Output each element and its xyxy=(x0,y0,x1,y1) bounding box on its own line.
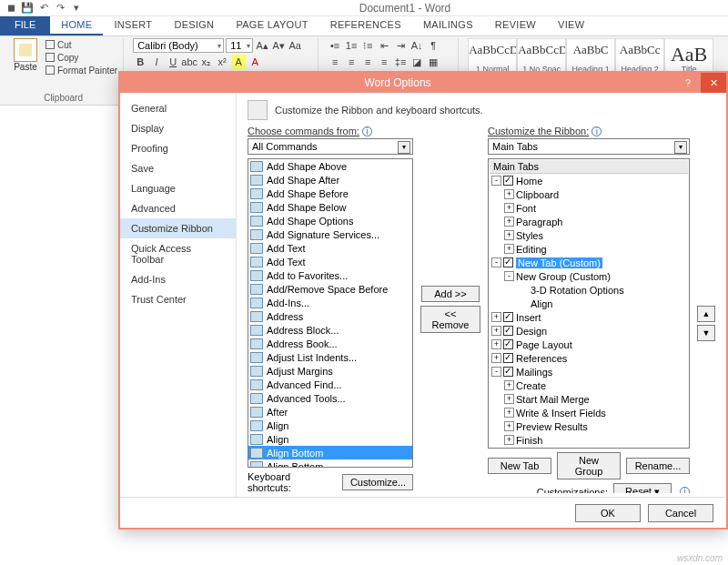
expander-icon[interactable]: + xyxy=(504,230,514,240)
command-item[interactable]: Add Signature Services... xyxy=(248,227,412,241)
dec-indent-icon[interactable]: ⇤ xyxy=(377,38,391,53)
tree-node[interactable]: +Paragraph xyxy=(490,215,688,228)
numbering-icon[interactable]: 1≡ xyxy=(344,38,359,53)
undo-icon[interactable]: ↶ xyxy=(36,1,51,15)
superscript-icon[interactable]: x² xyxy=(215,55,229,69)
tree-node[interactable]: +Start Mail Merge xyxy=(490,392,688,406)
font-color-icon[interactable]: A xyxy=(248,55,262,69)
underline-icon[interactable]: U xyxy=(166,55,180,69)
checkbox[interactable] xyxy=(503,326,513,336)
checkbox[interactable] xyxy=(503,367,513,377)
nav-save[interactable]: Save xyxy=(120,158,236,178)
expander-icon[interactable]: - xyxy=(504,271,514,281)
nav-advanced[interactable]: Advanced xyxy=(120,198,236,218)
italic-icon[interactable]: I xyxy=(149,55,164,69)
tree-node[interactable]: +Font xyxy=(490,201,688,215)
tab-view[interactable]: VIEW xyxy=(547,16,595,35)
expander-icon[interactable]: - xyxy=(491,176,501,186)
checkbox[interactable] xyxy=(503,339,513,349)
ok-button[interactable]: OK xyxy=(575,504,641,522)
tab-references[interactable]: REFERENCES xyxy=(319,16,412,35)
highlight-icon[interactable]: A xyxy=(231,55,246,69)
shrink-font-icon[interactable]: A▾ xyxy=(271,38,286,53)
paste-button[interactable]: Paste xyxy=(9,38,42,76)
command-item[interactable]: Add Shape Above xyxy=(248,159,412,173)
grow-font-icon[interactable]: A▴ xyxy=(255,38,269,53)
tree-node[interactable]: +Editing xyxy=(490,242,688,256)
tab-home[interactable]: HOME xyxy=(50,16,103,35)
tab-mailings[interactable]: MAILINGS xyxy=(412,16,484,35)
ribbon-tree[interactable]: Main Tabs -Home+Clipboard+Font+Paragraph… xyxy=(488,158,690,449)
save-icon[interactable]: 💾 xyxy=(20,1,35,15)
tree-node[interactable]: +Finish xyxy=(490,433,688,447)
command-item[interactable]: Add Text xyxy=(248,241,412,255)
commands-listbox[interactable]: Add Shape AboveAdd Shape AfterAdd Shape … xyxy=(248,158,413,468)
command-item[interactable]: Add Shape Before xyxy=(248,187,412,200)
multilevel-icon[interactable]: ⁝≡ xyxy=(360,38,375,53)
customize-ribbon-combo[interactable]: Main Tabs▾ xyxy=(488,138,690,155)
nav-trust-center[interactable]: Trust Center xyxy=(120,289,236,309)
checkbox[interactable] xyxy=(503,257,513,267)
strike-icon[interactable]: abc xyxy=(182,55,197,69)
command-item[interactable]: Address xyxy=(248,309,412,323)
tree-node[interactable]: +Styles xyxy=(490,228,688,242)
command-item[interactable]: Address Book... xyxy=(248,337,412,350)
checkbox[interactable] xyxy=(503,353,513,363)
expander-icon[interactable]: + xyxy=(504,421,514,431)
command-item[interactable]: Align Bottom xyxy=(248,459,412,468)
close-button[interactable]: ✕ xyxy=(701,73,726,93)
tree-node[interactable]: -Mailings xyxy=(490,365,688,378)
cut-button[interactable]: Cut xyxy=(46,38,117,51)
justify-icon[interactable]: ≡ xyxy=(377,55,391,69)
new-group-button[interactable]: New Group xyxy=(557,452,621,479)
command-item[interactable]: Align xyxy=(248,419,412,432)
font-name-combo[interactable]: Calibri (Body)▾ xyxy=(133,38,224,53)
command-item[interactable]: Advanced Tools... xyxy=(248,391,412,405)
expander-icon[interactable]: + xyxy=(504,435,514,445)
tab-design[interactable]: DESIGN xyxy=(163,16,225,35)
expander-icon[interactable]: + xyxy=(491,339,501,349)
info-icon[interactable]: i xyxy=(680,487,690,493)
expander-icon[interactable]: + xyxy=(504,189,514,199)
nav-proofing[interactable]: Proofing xyxy=(120,138,236,158)
tree-node[interactable]: -New Group (Custom) xyxy=(490,269,688,283)
subscript-icon[interactable]: x₂ xyxy=(198,55,213,69)
align-left-icon[interactable]: ≡ xyxy=(328,55,342,69)
nav-customize-ribbon[interactable]: Customize Ribbon xyxy=(120,218,236,238)
command-item[interactable]: After xyxy=(248,405,412,419)
expander-icon[interactable]: + xyxy=(491,353,501,363)
checkbox[interactable] xyxy=(503,312,513,322)
format-painter-button[interactable]: Format Painter xyxy=(46,64,117,76)
command-item[interactable]: Add Shape After xyxy=(248,173,412,187)
tree-node[interactable]: 3-D Rotation Options xyxy=(490,283,688,297)
nav-add-ins[interactable]: Add-Ins xyxy=(120,269,236,289)
command-item[interactable]: Address Block... xyxy=(248,323,412,337)
command-item[interactable]: Add to Favorites... xyxy=(248,268,412,282)
font-size-combo[interactable]: 11▾ xyxy=(226,38,253,53)
add-button[interactable]: Add >> xyxy=(421,286,480,302)
reset-button[interactable]: Reset ▾ xyxy=(613,483,672,493)
expander-icon[interactable]: + xyxy=(504,203,514,213)
align-right-icon[interactable]: ≡ xyxy=(360,55,375,69)
expander-icon[interactable]: + xyxy=(491,326,501,336)
expander-icon[interactable]: + xyxy=(504,380,514,390)
tree-node[interactable]: +Insert xyxy=(490,310,688,324)
command-item[interactable]: Adjust List Indents... xyxy=(248,350,412,364)
shading-icon[interactable]: ◪ xyxy=(410,55,424,69)
info-icon[interactable]: i xyxy=(362,126,372,136)
tree-node[interactable]: +References xyxy=(490,351,688,365)
checkbox[interactable] xyxy=(503,176,513,186)
tree-node[interactable]: +Design xyxy=(490,324,688,338)
command-item[interactable]: Align xyxy=(248,432,412,446)
command-item[interactable]: Add/Remove Space Before xyxy=(248,282,412,296)
inc-indent-icon[interactable]: ⇥ xyxy=(393,38,408,53)
command-item[interactable]: Add Shape Below xyxy=(248,200,412,214)
borders-icon[interactable]: ▦ xyxy=(426,55,440,69)
bullets-icon[interactable]: •≡ xyxy=(328,38,342,53)
new-tab-button[interactable]: New Tab xyxy=(488,458,551,474)
show-marks-icon[interactable]: ¶ xyxy=(426,38,440,53)
expander-icon[interactable]: - xyxy=(491,367,501,377)
qat-dropdown-icon[interactable]: ▾ xyxy=(69,1,84,15)
customize-keyboard-button[interactable]: Customize... xyxy=(342,474,413,490)
expander-icon[interactable]: + xyxy=(504,408,514,418)
